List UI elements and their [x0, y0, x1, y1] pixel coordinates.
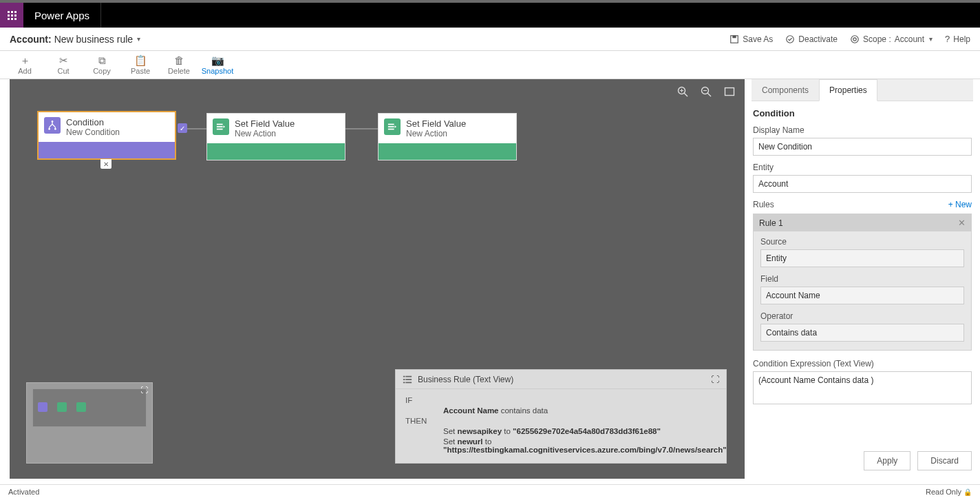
svg-rect-23: [405, 375, 412, 377]
zoom-out-icon[interactable]: [701, 86, 712, 97]
source-label: Source: [760, 237, 964, 247]
action-node[interactable]: Set Field Value New Action: [206, 113, 345, 160]
save-as-button[interactable]: Save As: [729, 34, 773, 44]
discard-button[interactable]: Discard: [917, 451, 972, 470]
plus-icon: ＋: [20, 55, 30, 65]
text-view-title: Business Rule (Text View): [418, 375, 513, 384]
app-launcher-button[interactable]: [0, 3, 23, 28]
set-prefix: Set: [443, 437, 457, 446]
apply-button[interactable]: Apply: [864, 451, 910, 470]
field-label: Field: [760, 274, 964, 284]
condition-node[interactable]: Condition New Condition: [37, 111, 176, 160]
then-field: newurl: [457, 437, 482, 446]
close-icon[interactable]: ✕: [958, 218, 966, 228]
delete-button[interactable]: 🗑Delete: [160, 55, 198, 75]
status-bar: Activated Read Only 🔒: [0, 484, 980, 498]
node-footer-bar: [379, 143, 516, 160]
expression-textarea: (Account Name Contains data ): [753, 371, 972, 404]
svg-rect-19: [388, 124, 394, 125]
rule-box: Rule 1 ✕ Source Entity Field Account Nam…: [753, 214, 972, 351]
expression-label: Condition Expression (Text View): [753, 359, 972, 369]
copy-button[interactable]: ⧉Copy: [83, 55, 121, 75]
node-title: Set Field Value: [406, 118, 466, 129]
status-label: Activated: [8, 488, 39, 496]
deactivate-icon: [785, 34, 795, 44]
expand-icon[interactable]: ⛶: [711, 375, 719, 384]
chevron-down-icon: ▾: [929, 35, 933, 43]
svg-rect-22: [403, 375, 405, 377]
action-icon: [213, 118, 229, 135]
svg-point-3: [851, 35, 859, 43]
canvas[interactable]: Condition New Condition ✓ ✕ Set Field Va…: [10, 79, 745, 479]
waffle-icon: [8, 11, 17, 20]
then-keyword: THEN: [405, 417, 443, 425]
svg-rect-27: [405, 382, 412, 383]
breadcrumb-title[interactable]: New business rule: [54, 34, 133, 45]
camera-icon: 📷: [211, 55, 224, 65]
svg-rect-25: [405, 379, 412, 380]
condition-icon: [44, 117, 61, 134]
minimap-node: [57, 402, 67, 412]
minimap[interactable]: ⛶: [26, 382, 153, 464]
new-rule-link[interactable]: + New: [948, 200, 972, 209]
operator-select[interactable]: Contains data: [760, 324, 964, 342]
fit-screen-icon[interactable]: [724, 86, 735, 97]
node-subtitle: New Action: [406, 129, 466, 138]
if-field: Account Name: [443, 406, 499, 415]
scissors-icon: ✂: [59, 55, 68, 65]
save-icon: [729, 34, 739, 44]
set-prefix: Set: [443, 427, 457, 435]
properties-panel: Components Properties Condition Display …: [745, 79, 980, 479]
svg-line-10: [707, 93, 711, 96]
tab-components[interactable]: Components: [752, 79, 819, 101]
zoom-in-icon[interactable]: [677, 86, 688, 97]
then-value: "https://testbingkamal.cognitiveservices…: [443, 446, 727, 454]
tab-properties[interactable]: Properties: [819, 79, 877, 101]
svg-rect-16: [217, 124, 223, 125]
action-node[interactable]: Set Field Value New Action: [378, 113, 517, 160]
minimap-node: [76, 402, 86, 412]
readonly-label: Read Only: [926, 488, 961, 496]
cut-button[interactable]: ✂Cut: [44, 55, 83, 75]
svg-point-4: [853, 37, 856, 40]
svg-rect-18: [217, 129, 223, 130]
deactivate-button[interactable]: Deactivate: [785, 34, 838, 44]
svg-rect-1: [733, 35, 736, 38]
node-title: Condition: [66, 117, 120, 127]
svg-point-15: [54, 128, 56, 130]
help-button[interactable]: ? Help: [945, 34, 970, 44]
add-button[interactable]: ＋Add: [6, 55, 44, 75]
svg-point-2: [787, 35, 794, 43]
svg-line-6: [684, 93, 688, 96]
snapshot-button[interactable]: 📷Snapshot: [198, 55, 237, 75]
rules-label: Rules: [753, 200, 774, 209]
entity-input[interactable]: [753, 175, 972, 193]
rule-title: Rule 1: [759, 218, 783, 228]
svg-point-14: [48, 128, 50, 130]
chevron-down-icon[interactable]: ▾: [137, 35, 140, 43]
if-rest: contains data: [499, 406, 548, 415]
minimap-viewport[interactable]: [32, 388, 147, 427]
scope-dropdown[interactable]: Scope : Account ▾: [850, 34, 933, 44]
lock-icon: 🔒: [963, 488, 972, 496]
scope-icon: [850, 34, 860, 44]
node-footer-bar: [207, 143, 345, 160]
connector-line: [345, 128, 378, 129]
entity-label: Entity: [753, 163, 972, 172]
action-icon: [384, 118, 401, 135]
panel-heading: Condition: [753, 108, 972, 118]
node-subtitle: New Condition: [66, 127, 120, 137]
operator-label: Operator: [760, 311, 964, 321]
svg-rect-24: [403, 379, 405, 380]
breadcrumb-bar: Account: New business rule ▾ Save As Dea…: [0, 28, 980, 51]
svg-rect-12: [725, 88, 734, 96]
source-select[interactable]: Entity: [760, 249, 964, 267]
condition-false-handle[interactable]: ✕: [100, 159, 111, 169]
paste-button[interactable]: 📋Paste: [121, 55, 160, 75]
node-title: Set Field Value: [235, 118, 295, 129]
display-name-input[interactable]: [753, 138, 972, 156]
field-select[interactable]: Account Name: [760, 287, 964, 304]
expand-icon[interactable]: ⛶: [140, 386, 148, 394]
condition-true-badge: ✓: [178, 123, 187, 133]
then-value: "6255629e702e4a54a80d783dd3f61e88": [513, 427, 661, 435]
